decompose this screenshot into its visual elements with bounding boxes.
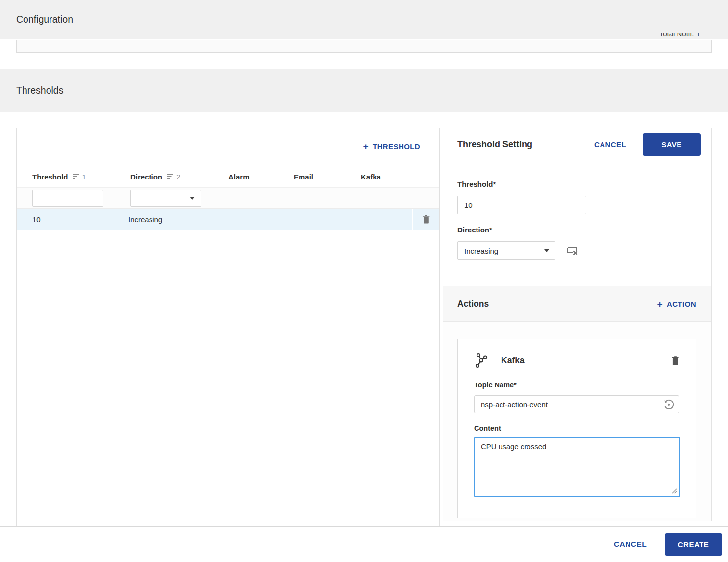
content-label: Content [474,424,679,432]
cell-threshold: 10 [32,215,128,224]
add-action-button[interactable]: + ACTION [657,299,696,308]
table-header-row: Threshold 1 Direction 2 Alarm [17,166,439,188]
clipped-total-text: Total Notif: 1 [659,33,700,39]
restore-default-button[interactable] [663,399,674,412]
threshold-field-label: Threshold* [457,180,496,188]
threshold-setting-title: Threshold Setting [457,139,594,150]
threshold-setting-header: Threshold Setting CANCEL SAVE [443,128,711,161]
plus-icon: + [363,142,369,151]
delete-threshold-row-button[interactable] [412,209,439,230]
actions-title: Actions [457,299,657,309]
kafka-card-title: Kafka [501,356,671,366]
threshold-filter-input[interactable] [32,190,103,207]
kafka-action-card: Kafka Topic Name* [457,339,696,518]
clear-selection-icon [566,245,579,256]
clear-selection-button[interactable] [566,245,579,256]
trash-icon [423,215,430,224]
threshold-setting-form: Threshold* Direction* Increasing [443,161,711,286]
add-threshold-button[interactable]: + THRESHOLD [363,142,420,151]
column-header-kafka[interactable]: Kafka [361,173,420,181]
direction-field-label: Direction* [457,226,711,234]
page: Configuration Total Notif: 1 Thresholds … [0,0,728,562]
trash-icon [671,356,679,365]
add-threshold-label: THRESHOLD [373,142,420,151]
add-action-label: ACTION [667,300,696,308]
thresholds-section-header: Thresholds [0,69,728,112]
sort-order-badge: 1 [82,173,86,181]
footer-cancel-button[interactable]: CANCEL [614,540,647,549]
content-textarea[interactable]: CPU usage crossed [474,437,680,497]
chevron-down-icon [190,197,195,200]
thresholds-table-panel: + THRESHOLD Threshold 1 Direction [16,128,440,526]
scrolled-panel-sliver [16,40,712,53]
threshold-value-input[interactable] [457,196,586,214]
sort-icon [167,174,174,179]
threshold-save-button[interactable]: SAVE [643,133,701,156]
topic-name-input[interactable] [474,395,679,413]
direction-filter-dropdown[interactable] [130,190,201,207]
actions-content: Kafka Topic Name* [443,322,711,521]
actions-section-header: Actions + ACTION [443,286,711,322]
chevron-down-icon [544,249,549,252]
column-header-email[interactable]: Email [294,173,361,181]
threshold-setting-panel: Threshold Setting CANCEL SAVE Threshold*… [443,128,712,521]
sort-icon [73,174,79,179]
cell-direction: Increasing [128,215,225,224]
table-toolbar: + THRESHOLD [17,128,439,166]
delete-kafka-action-button[interactable] [671,356,679,365]
sort-order-badge: 2 [176,173,180,181]
plus-icon: + [657,299,663,308]
threshold-table-row[interactable]: 10 Increasing [17,209,439,230]
column-header-threshold[interactable]: Threshold 1 [32,173,130,181]
page-title: Configuration [16,14,73,25]
topic-name-label: Topic Name* [474,381,679,389]
configuration-header: Configuration Total Notif: 1 [0,0,728,39]
column-header-alarm[interactable]: Alarm [228,173,294,181]
direction-select[interactable]: Increasing [457,241,555,260]
history-icon [663,399,674,410]
table-filter-row [17,188,439,209]
threshold-cancel-button[interactable]: CANCEL [594,140,626,149]
footer-create-button[interactable]: CREATE [665,533,722,556]
column-header-direction[interactable]: Direction 2 [130,173,228,181]
kafka-icon [474,353,488,368]
footer-action-bar: CANCEL CREATE [0,526,728,562]
thresholds-section-title: Thresholds [16,85,63,96]
